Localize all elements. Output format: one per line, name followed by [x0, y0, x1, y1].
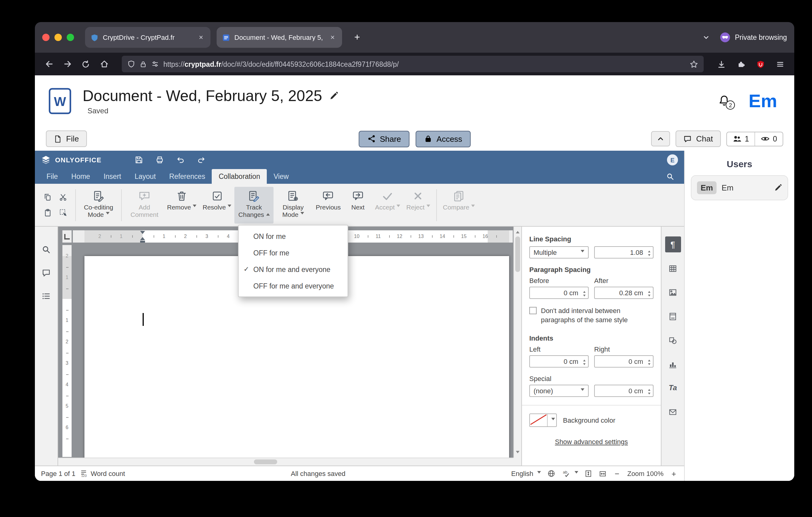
ublock-icon[interactable] — [753, 56, 768, 72]
shape-settings-icon[interactable] — [665, 332, 681, 348]
accept-button[interactable]: Accept — [372, 187, 403, 223]
copy-button[interactable] — [41, 191, 55, 204]
minimize-window-button[interactable] — [55, 34, 62, 41]
spacing-after-spinner[interactable]: 0.28 cm — [594, 287, 654, 299]
vertical-scrollbar[interactable] — [513, 227, 521, 458]
previous-change-button[interactable]: Previous — [313, 187, 344, 223]
textart-settings-icon[interactable]: Ta — [665, 380, 681, 396]
comments-icon[interactable] — [38, 265, 54, 280]
find-icon[interactable] — [38, 241, 54, 257]
undo-icon[interactable] — [176, 156, 185, 164]
no-interval-checkbox-row[interactable]: Don't add interval between paragraphs of… — [529, 306, 654, 324]
forward-button[interactable] — [59, 56, 75, 72]
cut-button[interactable] — [56, 191, 70, 204]
mail-merge-icon[interactable] — [665, 404, 681, 419]
line-spacing-select[interactable]: Multiple — [529, 246, 589, 258]
scroll-up-arrow[interactable] — [516, 229, 520, 234]
color-swatch[interactable] — [530, 414, 547, 426]
save-icon[interactable] — [135, 156, 143, 164]
chart-settings-icon[interactable] — [665, 356, 681, 372]
scroll-down-arrow[interactable] — [516, 451, 520, 455]
home-button[interactable] — [96, 56, 112, 72]
vertical-scroll-thumb[interactable] — [515, 237, 520, 272]
tab-references[interactable]: References — [163, 169, 212, 184]
select-all-button[interactable] — [56, 206, 70, 219]
indent-left-spinner[interactable]: 0 cm — [529, 355, 589, 367]
tab-file[interactable]: File — [40, 169, 64, 184]
viewers-counter[interactable]: 0 — [754, 132, 783, 145]
table-settings-icon[interactable] — [665, 260, 681, 276]
tab-close-button[interactable]: × — [328, 32, 337, 42]
spinner-arrows-icon[interactable] — [583, 358, 586, 366]
file-menu-button[interactable]: File — [46, 131, 87, 147]
document-language-globe-icon[interactable] — [547, 469, 555, 478]
find-search-icon[interactable] — [662, 172, 679, 181]
menu-item-off-for-everyone[interactable]: OFF for me and everyone — [239, 277, 348, 294]
tab-insert[interactable]: Insert — [97, 169, 128, 184]
tab-home[interactable]: Home — [64, 169, 97, 184]
spell-check-button[interactable]: ab — [561, 469, 578, 478]
menu-item-off-for-me[interactable]: OFF for me — [239, 244, 348, 261]
language-selector[interactable]: English — [511, 470, 541, 477]
tab-stop-selector[interactable] — [62, 230, 71, 243]
first-line-indent-marker[interactable] — [140, 231, 145, 234]
editor-user-avatar[interactable]: E — [667, 154, 678, 165]
advanced-settings-link[interactable]: Show advanced settings — [529, 438, 654, 445]
spinner-arrows-icon[interactable] — [648, 290, 650, 298]
compare-button[interactable]: Compare — [440, 187, 478, 223]
url-text[interactable]: https://cryptpad.fr/doc/#/3/doc/edit/ff0… — [164, 60, 685, 68]
spinner-arrows-icon[interactable] — [648, 249, 650, 257]
image-settings-icon[interactable] — [665, 284, 681, 300]
downloads-icon[interactable] — [714, 56, 729, 72]
next-change-button[interactable]: Next — [344, 187, 372, 223]
indent-right-spinner[interactable]: 0 cm — [594, 355, 654, 367]
page-indicator[interactable]: Page 1 of 1 — [41, 470, 76, 477]
edit-name-pencil-icon[interactable] — [774, 184, 782, 192]
bookmark-star-icon[interactable] — [690, 60, 698, 68]
spinner-arrows-icon[interactable] — [583, 290, 586, 298]
navigation-headings-icon[interactable] — [38, 288, 54, 304]
share-button[interactable]: Share — [358, 131, 409, 147]
tab-collaboration[interactable]: Collaboration — [212, 169, 267, 184]
tab-document[interactable]: Document - Wed, February 5, 2025 × — [216, 27, 342, 48]
display-mode-button[interactable]: Display Mode — [273, 187, 313, 223]
hanging-indent-marker[interactable] — [140, 237, 145, 240]
tab-close-button[interactable]: × — [197, 32, 205, 42]
fit-page-button[interactable] — [584, 469, 592, 478]
tracking-protection-shield-icon[interactable] — [127, 60, 135, 68]
new-tab-button[interactable]: + — [348, 32, 366, 43]
horizontal-scroll-thumb[interactable] — [254, 459, 277, 464]
fit-width-button[interactable] — [598, 469, 607, 478]
zoom-level[interactable]: Zoom 100% — [627, 470, 664, 477]
notifications-bell-icon[interactable]: 2 — [718, 94, 731, 108]
extensions-puzzle-icon[interactable] — [733, 56, 749, 72]
tab-view[interactable]: View — [267, 169, 295, 184]
add-comment-button[interactable]: Add Comment — [125, 187, 164, 223]
zoom-out-button[interactable]: − — [613, 469, 621, 478]
print-icon[interactable] — [155, 156, 164, 164]
remove-comments-button[interactable]: Remove — [164, 187, 200, 223]
word-count-button[interactable]: 123 Word count — [81, 469, 125, 478]
access-button[interactable]: Access — [416, 131, 471, 147]
address-bar[interactable]: https://cryptpad.fr/doc/#/3/doc/edit/ff0… — [122, 56, 704, 72]
spacing-before-spinner[interactable]: 0 cm — [529, 287, 589, 299]
coediting-mode-button[interactable]: Co-editing Mode — [79, 187, 118, 223]
reject-button[interactable]: Reject — [403, 187, 433, 223]
menu-hamburger-icon[interactable] — [772, 56, 788, 72]
header-footer-settings-icon[interactable] — [665, 308, 681, 324]
track-changes-button[interactable]: Track Changes — [234, 187, 273, 223]
spinner-arrows-icon[interactable] — [648, 387, 650, 396]
color-dropdown-arrow[interactable] — [547, 414, 556, 426]
line-spacing-value-spinner[interactable]: 1.08 — [594, 246, 654, 258]
paragraph-settings-icon[interactable]: ¶ — [665, 237, 681, 252]
special-indent-select[interactable]: (none) — [529, 384, 589, 397]
chat-button[interactable]: Chat — [675, 131, 721, 147]
vertical-ruler[interactable]: 21123456 — [62, 245, 71, 457]
tab-cryptdrive[interactable]: CryptDrive - CryptPad.fr × — [85, 27, 210, 48]
tab-layout[interactable]: Layout — [128, 169, 163, 184]
special-indent-spinner[interactable]: 0 cm — [594, 384, 654, 397]
permissions-icon[interactable] — [151, 60, 159, 68]
user-avatar[interactable]: Em — [749, 92, 777, 110]
left-indent-marker[interactable] — [140, 241, 145, 243]
reload-button[interactable] — [78, 56, 94, 72]
